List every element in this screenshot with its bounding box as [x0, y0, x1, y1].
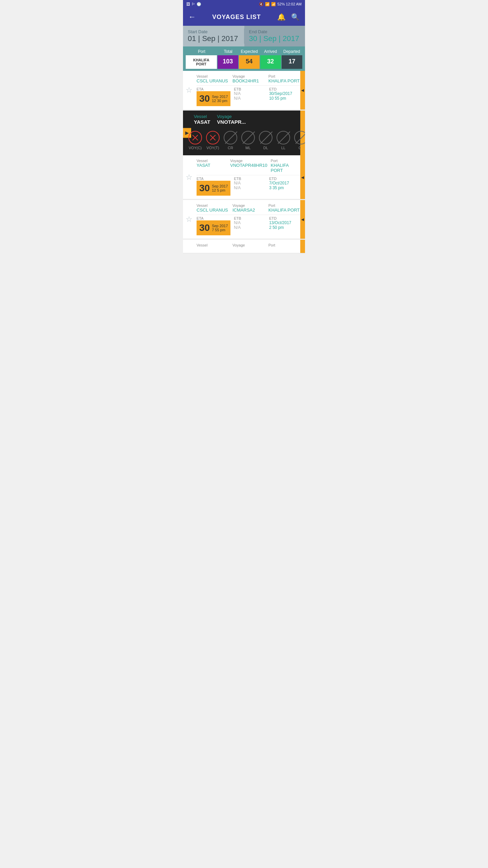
card-5-voyage-col: Voyage — [232, 243, 265, 247]
voyage-card-2-expanded[interactable]: ► Vessel YASAT Voyage VNOTAPR... VOY(C) … — [183, 111, 305, 155]
voyage-label-3: Voyage — [230, 159, 267, 163]
expanded-header: Vessel YASAT Voyage VNOTAPR... — [187, 114, 301, 125]
etd-label-3: ETD — [269, 177, 301, 181]
vessel-label-4: Vessel — [197, 203, 229, 208]
card-1-etb-etd: ETB N/A N/A ETD 30/Sep/2017 10 55 pm — [234, 87, 301, 101]
card-1-inner: Vessel CSCL URANUS Voyage BOOK24HR1 Port… — [183, 71, 305, 110]
card-4-voyage: ICMARSA2 — [232, 208, 265, 213]
card-1-star-area[interactable]: ☆ — [186, 86, 192, 95]
card-1-etb-col: ETB N/A N/A — [234, 87, 266, 101]
icon-voy-c[interactable]: VOY(C) — [188, 131, 202, 150]
summary-section: Port Total Expected Arrived Departed KHA… — [183, 46, 305, 71]
card-4-etd-col: ETD 13/Oct/2017 2 50 pm — [269, 216, 301, 230]
vessel-label-3: Vessel — [197, 159, 227, 163]
card-3-bar: ◄ — [300, 155, 305, 199]
card-1-eta-box: 30 Sep 201712 30 pm — [197, 91, 230, 106]
card-3-voyage-col: Voyage VNOTAPR48HR10 — [230, 159, 267, 173]
card-3-etb-line1: N/A — [234, 181, 266, 185]
expanded-voyage-col: Voyage VNOTAPR... — [217, 114, 246, 125]
etd-label-1: ETD — [269, 87, 301, 91]
card-1-eta-section: ETA 30 Sep 201712 30 pm — [197, 87, 230, 106]
card-3-etb-line2: N/A — [234, 185, 266, 190]
card-1-chevron: ◄ — [300, 87, 305, 93]
date-range[interactable]: Start Date 01 | Sep | 2017 End Date 30 |… — [183, 26, 305, 46]
start-date-label: Start Date — [188, 29, 239, 34]
end-date-value: 30 | Sep | 2017 — [249, 34, 301, 43]
mute-icon: 🔇 — [259, 2, 264, 6]
voyage-card-3[interactable]: ◄ ☆ Vessel YASAT Voyage VNOTAPR48HR10 Po… — [183, 155, 305, 199]
card-3-chevron: ◄ — [300, 175, 305, 180]
wifi-icon: 📶 — [265, 2, 270, 6]
card-1-row1: Vessel CSCL URANUS Voyage BOOK24HR1 Port… — [197, 74, 301, 83]
etb-label-4: ETB — [234, 216, 266, 220]
icon-dl-circle — [259, 131, 272, 144]
card-3-etd-col: ETD 7/Oct/2017 3 35 pm — [269, 177, 301, 190]
clock-icon: 🕐 — [197, 2, 201, 6]
icon-voy-c-circle — [188, 131, 202, 144]
battery-text: 52% 12:02 AM — [277, 2, 302, 6]
card-3-etd-line2: 3 35 pm — [269, 185, 301, 190]
icon-ml[interactable]: ML — [241, 131, 255, 150]
voyage-label-1: Voyage — [232, 74, 265, 78]
card-1-port: KHALIFA PORT — [268, 78, 301, 83]
signal-icon: 📶 — [271, 2, 276, 6]
vessel-label-5: Vessel — [197, 243, 229, 247]
card-4-port: KHALIFA PORT — [268, 208, 301, 213]
icon-voy-c-label: VOY(C) — [189, 146, 202, 150]
etb-label-3: ETB — [234, 177, 266, 181]
card-1-voyage-col: Voyage BOOK24HR1 — [232, 74, 265, 83]
eta-label-3: ETA — [197, 177, 230, 181]
expanded-vessel-label: Vessel — [194, 114, 210, 119]
end-date-block[interactable]: End Date 30 | Sep | 2017 — [244, 26, 305, 46]
icon-ll[interactable]: LL — [277, 131, 290, 150]
card-3-eta-section: ETA 30 Sep 201712 5 pm — [197, 177, 230, 196]
etb-label-1: ETB — [234, 87, 266, 91]
card-1-star[interactable]: ☆ — [186, 86, 192, 94]
card-1-etb-line2: N/A — [234, 96, 266, 101]
port-label-4: Port — [268, 203, 301, 208]
card-5-row1: Vessel Voyage Port — [197, 243, 301, 247]
icon-ml-circle — [241, 131, 255, 144]
icon-ll-label: LL — [281, 146, 285, 150]
card-4-star[interactable]: ☆ — [186, 215, 192, 223]
card-3-vessel: YASAT — [197, 163, 227, 168]
icon-dl[interactable]: DL — [259, 131, 272, 150]
slash-ml — [243, 132, 255, 144]
card-3-inner: Vessel YASAT Voyage VNOTAPR48HR10 Port K… — [183, 155, 305, 199]
back-button[interactable]: ← — [188, 13, 196, 21]
card-3-star[interactable]: ☆ — [186, 173, 192, 181]
icon-voy-t[interactable]: VOY(T) — [206, 131, 220, 150]
bell-icon[interactable]: 🔔 — [277, 13, 286, 21]
icon-cr[interactable]: CR — [224, 131, 237, 150]
search-icon[interactable]: 🔍 — [291, 13, 300, 21]
port-label-3: Port — [271, 159, 301, 163]
card-4-vessel-col: Vessel CSCL URANUS — [197, 203, 229, 213]
card-3-row2: ETA 30 Sep 201712 5 pm ETB N/A N/A ETD 7… — [197, 175, 301, 196]
card-5-vessel-col: Vessel — [197, 243, 229, 247]
status-bar: 🖼 🏳 🕐 🔇 📶 📶 52% 12:02 AM — [183, 0, 305, 8]
icon-voy-t-label: VOY(T) — [206, 146, 219, 150]
port-label-5: Port — [268, 243, 301, 247]
card-1-vessel-col: Vessel CSCL URANUS — [197, 74, 229, 83]
card-4-etb-etd: ETB N/A N/A ETD 13/Oct/2017 2 50 pm — [234, 216, 301, 230]
expanded-voyage-value: VNOTAPR... — [217, 119, 246, 125]
card-3-port-col: Port KHALIFA PORT — [271, 159, 301, 173]
total-header: Total — [218, 49, 239, 54]
voyage-label-5: Voyage — [232, 243, 265, 247]
card-1-etd-line2: 10 55 pm — [269, 96, 301, 101]
card-3-eta-box: 30 Sep 201712 5 pm — [197, 181, 230, 196]
voyage-card-1[interactable]: ◄ ☆ Vessel CSCL URANUS Voyage BOOK24HR1 … — [183, 71, 305, 110]
card-4-bar: ◄ — [300, 200, 305, 239]
card-4-star-area[interactable]: ☆ — [186, 215, 192, 224]
start-date-value: 01 | Sep | 2017 — [188, 34, 239, 43]
card-3-vessel-col: Vessel YASAT — [197, 159, 227, 173]
card-3-star-area[interactable]: ☆ — [186, 173, 192, 182]
etd-label-4: ETD — [269, 216, 301, 220]
voyage-card-4[interactable]: ◄ ☆ Vessel CSCL URANUS Voyage ICMARSA2 P… — [183, 200, 305, 239]
card-4-etb-line2: N/A — [234, 225, 266, 230]
slash-cr — [225, 132, 238, 144]
summary-header: Port Total Expected Arrived Departed — [183, 48, 305, 55]
icon-ll-circle — [277, 131, 290, 144]
voyage-card-5[interactable]: Vessel Voyage Port — [183, 240, 305, 253]
start-date-block[interactable]: Start Date 01 | Sep | 2017 — [183, 26, 244, 46]
